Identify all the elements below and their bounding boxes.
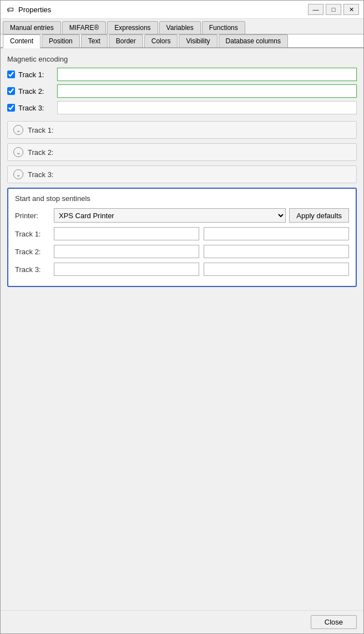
- magnetic-encoding-label: Magnetic encoding: [7, 55, 357, 63]
- minimize-button[interactable]: —: [308, 4, 323, 15]
- sentinel-track-3-label: Track 3:: [15, 265, 54, 274]
- track-1-checkbox-label[interactable]: Track 1:: [7, 71, 57, 79]
- sentinel-track-1-left-input[interactable]: ~1%: [54, 227, 199, 240]
- sentinel-track-2-label: Track 2:: [15, 248, 54, 256]
- collapsible-track-1-label: Track 1:: [28, 126, 53, 134]
- track-2-checkbox-label[interactable]: Track 2:: [7, 87, 57, 95]
- collapsible-track-3: ⌄ Track 3:: [7, 165, 357, 183]
- title-bar-buttons: — □ ✕: [308, 4, 359, 15]
- collapsible-track-1-header[interactable]: ⌄ Track 1:: [8, 122, 356, 138]
- track-1-label: Track 1:: [18, 71, 44, 79]
- window-icon: 🏷: [5, 4, 15, 14]
- sentinel-track-2-row: Track 2: ~2; ?: [15, 245, 349, 258]
- sentinels-title: Start and stop sentinels: [15, 194, 349, 203]
- tab-border[interactable]: Border: [109, 34, 143, 47]
- track-2-input[interactable]: 5: [57, 84, 357, 98]
- second-tab-row: Content Position Text Border Colors Visi…: [1, 34, 363, 48]
- collapsible-track-1: ⌄ Track 1:: [7, 121, 357, 139]
- track-3-checkbox-label[interactable]: Track 3:: [7, 104, 57, 112]
- track-2-checkbox[interactable]: [7, 87, 15, 95]
- printer-select[interactable]: XPS Card Printer: [54, 208, 286, 223]
- track-3-row: Track 3: 123456789: [7, 101, 357, 114]
- window-title: Properties: [18, 6, 308, 14]
- track-3-checkbox[interactable]: [7, 104, 15, 112]
- tab-position[interactable]: Position: [42, 34, 80, 47]
- chevron-down-icon-track3: ⌄: [13, 169, 23, 179]
- sentinel-track-3-row: Track 3: ~3; ?: [15, 263, 349, 276]
- track-2-row: Track 2: 5: [7, 84, 357, 98]
- apply-defaults-button[interactable]: Apply defaults: [289, 208, 349, 223]
- collapsible-track-2-label: Track 2:: [28, 148, 53, 157]
- sentinels-section: Start and stop sentinels Printer: XPS Ca…: [7, 188, 357, 287]
- properties-window: 🏷 Properties — □ ✕ Manual entries MIFARE…: [0, 0, 364, 634]
- magnetic-encoding-section: Magnetic encoding Track 1: ISAAC Track 2…: [7, 55, 357, 114]
- track-1-checkbox[interactable]: [7, 71, 15, 78]
- sentinel-track-1-label: Track 1:: [15, 230, 54, 238]
- tab-database-columns[interactable]: Database columns: [219, 34, 288, 47]
- chevron-down-icon-track1: ⌄: [13, 125, 23, 135]
- sentinel-track-3-left-input[interactable]: ~3;: [54, 263, 199, 276]
- tab-colors[interactable]: Colors: [144, 34, 178, 47]
- tab-text[interactable]: Text: [81, 34, 108, 47]
- collapsible-track-2-header[interactable]: ⌄ Track 2:: [8, 144, 356, 160]
- collapsible-track-3-label: Track 3:: [28, 170, 53, 179]
- track-3-input[interactable]: 123456789: [57, 101, 357, 114]
- tab-content[interactable]: Content: [3, 34, 41, 48]
- collapsible-track-2: ⌄ Track 2:: [7, 143, 357, 161]
- printer-row: Printer: XPS Card Printer Apply defaults: [15, 208, 349, 223]
- track-3-label: Track 3:: [18, 104, 44, 112]
- tab-variables[interactable]: Variables: [159, 21, 201, 34]
- bottom-bar: Close: [1, 610, 363, 633]
- track-2-label: Track 2:: [18, 87, 44, 95]
- tab-mifare[interactable]: MIFARE®: [62, 21, 107, 34]
- collapsible-track-3-header[interactable]: ⌄ Track 3:: [8, 166, 356, 183]
- tab-manual-entries[interactable]: Manual entries: [3, 21, 61, 34]
- window-close-button[interactable]: ✕: [343, 4, 359, 15]
- printer-label: Printer:: [15, 212, 54, 220]
- sentinel-track-2-left-input[interactable]: ~2;: [54, 245, 199, 258]
- content-area: Magnetic encoding Track 1: ISAAC Track 2…: [1, 48, 363, 610]
- top-tab-row: Manual entries MIFARE® Expressions Varia…: [1, 19, 363, 34]
- sentinel-track-1-row: Track 1: ~1% ?: [15, 227, 349, 240]
- tab-functions[interactable]: Functions: [202, 21, 245, 34]
- sentinel-track-3-right-input[interactable]: ?: [204, 263, 349, 276]
- maximize-button[interactable]: □: [326, 4, 341, 15]
- sentinel-track-1-right-input[interactable]: ?: [204, 227, 349, 240]
- chevron-down-icon-track2: ⌄: [13, 147, 23, 157]
- tab-expressions[interactable]: Expressions: [107, 21, 158, 34]
- title-bar: 🏷 Properties — □ ✕: [1, 1, 363, 19]
- tab-visibility[interactable]: Visibility: [179, 34, 217, 47]
- track-1-input[interactable]: ISAAC: [57, 68, 357, 81]
- track-1-row: Track 1: ISAAC: [7, 68, 357, 81]
- close-button[interactable]: Close: [311, 615, 357, 629]
- sentinel-track-2-right-input[interactable]: ?: [204, 245, 349, 258]
